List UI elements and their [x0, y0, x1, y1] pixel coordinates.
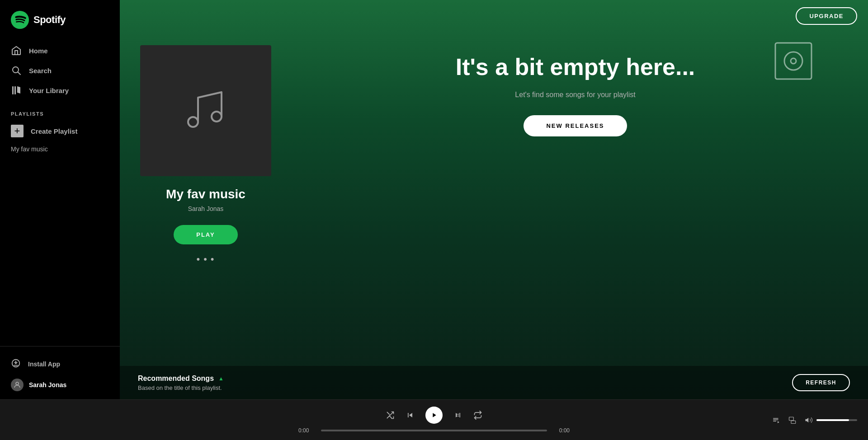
more-options-button[interactable]: ••• — [196, 253, 215, 265]
volume-button[interactable] — [805, 416, 813, 424]
spotify-logo-icon — [11, 11, 29, 29]
svg-point-5 — [16, 382, 19, 385]
svg-rect-12 — [791, 421, 796, 423]
install-app-label: Install App — [28, 360, 60, 368]
playlist-item-label: My fav music — [11, 145, 48, 153]
queue-button[interactable] — [772, 416, 780, 424]
svg-point-7 — [212, 112, 222, 122]
playlist-cover — [140, 45, 271, 176]
volume-fill — [816, 419, 849, 421]
playlist-panel: My fav music Sarah Jonas PLAY ••• — [138, 27, 274, 265]
sidebar-item-home[interactable]: Home — [0, 41, 120, 61]
home-icon — [11, 45, 22, 56]
create-playlist-label: Create Playlist — [31, 127, 77, 135]
previous-button[interactable] — [406, 411, 415, 420]
player-bar: 0:00 0:00 — [0, 399, 868, 440]
user-profile-button[interactable]: Sarah Jonas — [0, 374, 120, 396]
sidebar-item-search[interactable]: Search — [0, 61, 120, 80]
svg-point-6 — [188, 117, 198, 127]
play-button[interactable]: PLAY — [174, 225, 237, 244]
user-avatar — [11, 379, 24, 391]
spotify-wordmark: Spotify — [33, 14, 66, 26]
recommended-info: Recommended Songs ▲ Based on the title o… — [138, 374, 224, 391]
play-pause-button[interactable] — [425, 407, 443, 424]
sidebar-logo: Spotify — [0, 0, 120, 37]
player-center: 0:00 0:00 — [192, 407, 676, 434]
playlist-title: My fav music — [166, 187, 245, 201]
volume-track[interactable] — [816, 419, 857, 421]
devices-button[interactable] — [788, 416, 797, 424]
playlist-item-my-fav-music[interactable]: My fav music — [0, 142, 120, 156]
player-controls — [386, 407, 482, 424]
volume-area — [805, 416, 857, 424]
sidebar-item-library[interactable]: Your Library — [0, 80, 120, 100]
music-note-icon — [181, 85, 231, 136]
content-area: My fav music Sarah Jonas PLAY ••• It's a… — [120, 0, 868, 399]
top-bar: UPGRADE — [785, 0, 868, 32]
refresh-button[interactable]: REFRESH — [792, 374, 850, 391]
recommended-title: Recommended Songs ▲ — [138, 374, 224, 383]
progress-bar-area: 0:00 0:00 — [298, 427, 570, 434]
playlists-section-title: PLAYLISTS — [0, 104, 120, 120]
home-label: Home — [29, 47, 48, 55]
upgrade-button[interactable]: UPGRADE — [796, 7, 857, 25]
collapse-arrow-icon[interactable]: ▲ — [218, 375, 224, 382]
player-right — [676, 416, 857, 424]
empty-state-title: It's a bit empty here... — [456, 54, 695, 80]
sidebar-bottom: Install App Sarah Jonas — [0, 346, 120, 399]
empty-state-panel: It's a bit empty here... Let's find some… — [301, 27, 850, 136]
install-app-button[interactable]: Install App — [0, 354, 120, 374]
empty-state-subtitle: Let's find some songs for your playlist — [515, 91, 635, 99]
svg-rect-3 — [14, 86, 16, 94]
total-time: 0:00 — [552, 427, 570, 434]
create-playlist-button[interactable]: + Create Playlist — [0, 120, 120, 142]
next-button[interactable] — [453, 411, 462, 420]
current-time: 0:00 — [298, 427, 316, 434]
recommended-subtitle: Based on the title of this playlist. — [138, 384, 224, 391]
sidebar-nav: Home Search — [0, 37, 120, 104]
progress-track[interactable] — [321, 430, 547, 431]
user-name: Sarah Jonas — [29, 381, 66, 389]
new-releases-button[interactable]: NEW RELEASES — [524, 115, 627, 136]
search-label: Search — [29, 67, 52, 75]
library-icon — [11, 85, 22, 96]
sidebar: Spotify Home Search — [0, 0, 120, 399]
repeat-button[interactable] — [473, 411, 482, 420]
download-icon — [11, 358, 21, 370]
shuffle-button[interactable] — [386, 411, 395, 420]
svg-rect-11 — [789, 417, 794, 421]
svg-rect-2 — [12, 86, 14, 94]
svg-point-10 — [791, 58, 796, 64]
plus-icon: + — [11, 125, 24, 137]
recommended-bar: Recommended Songs ▲ Based on the title o… — [120, 366, 868, 399]
svg-rect-8 — [775, 43, 811, 79]
vinyl-icon — [773, 41, 814, 83]
search-icon — [11, 65, 22, 76]
main-content: UPGRADE My fav music Sarah Jonas PLAY — [120, 0, 868, 399]
svg-point-9 — [784, 52, 802, 70]
library-label: Your Library — [29, 87, 69, 94]
playlist-author: Sarah Jonas — [188, 205, 224, 212]
